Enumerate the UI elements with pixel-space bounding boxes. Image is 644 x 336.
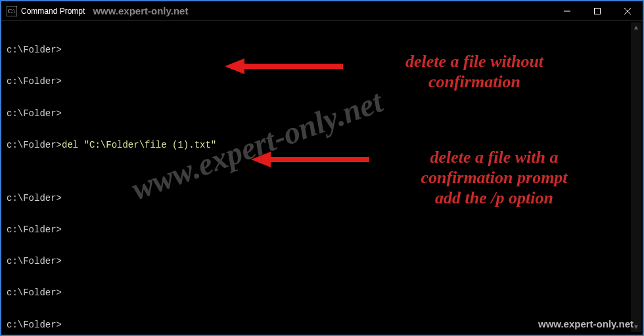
terminal-line: c:\Folder> [7,256,637,266]
annotation-text: delete a file without confirmation [350,51,599,92]
svg-text:C:\: C:\ [8,8,16,14]
terminal-line: c:\Folder> [7,287,637,298]
window-controls [552,1,643,20]
close-button[interactable] [612,1,643,20]
annotation-text: delete a file with a confirmation prompt… [376,147,612,209]
titlebar-watermark: www.expert-only.net [93,5,188,16]
cmd-icon: C:\ [7,6,17,16]
svg-rect-3 [595,8,601,14]
watermark-bottom: www.expert-only.net [538,318,633,329]
window-title: Command Prompt [21,7,85,16]
maximize-button[interactable] [582,1,612,20]
scroll-up-icon[interactable]: ▲ [631,22,641,33]
terminal-line: c:\Folder> [7,224,637,235]
terminal-line: c:\Folder> [7,108,637,119]
titlebar: C:\ Command Prompt www.expert-only.net [1,1,643,21]
scrollbar[interactable]: ▲ ▼ [631,22,641,332]
minimize-button[interactable] [552,1,582,20]
